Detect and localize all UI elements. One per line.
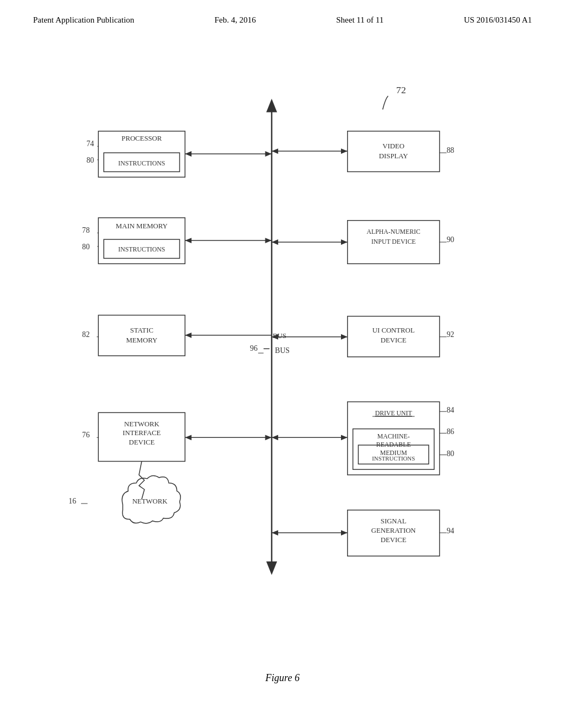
- processor-label: PROCESSOR: [121, 135, 162, 142]
- bus-label: BUS: [275, 346, 290, 355]
- page-header: Patent Application Publication Feb. 4, 2…: [0, 0, 565, 25]
- label-76: 76: [82, 431, 90, 439]
- label-88: 88: [446, 146, 454, 154]
- signal-gen-label3: DEVICE: [381, 536, 407, 544]
- svg-marker-38: [341, 239, 348, 245]
- svg-marker-33: [341, 148, 348, 154]
- label-86: 86: [446, 427, 454, 436]
- svg-marker-52: [271, 435, 278, 440]
- video-display-label1: VIDEO: [382, 142, 404, 150]
- label-80-drive: 80: [446, 449, 454, 458]
- svg-rect-29: [348, 131, 440, 172]
- svg-marker-10: [185, 151, 191, 157]
- main-memory-instructions: INSTRUCTIONS: [118, 246, 165, 253]
- signal-gen-label1: SIGNAL: [381, 517, 407, 525]
- label-74: 74: [87, 140, 94, 148]
- network-interface-label3: DEVICE: [129, 438, 154, 446]
- machine-readable-label1: MACHINE-: [377, 433, 410, 440]
- svg-marker-22: [185, 333, 191, 338]
- static-memory-label2: MEMORY: [126, 336, 157, 344]
- figure-diagram: 72 BUS 96 PROCESSOR INSTRUCTIONS 74 80: [33, 66, 532, 651]
- ui-control-label1: UI CONTROL: [372, 326, 415, 334]
- alpha-numeric-label1: ALPHA-NUMERIC: [367, 228, 421, 235]
- machine-readable-label2: READABLE: [376, 441, 411, 448]
- publication-title: Patent Application Publication: [33, 15, 134, 25]
- network-interface-label2: INTERFACE: [122, 429, 161, 437]
- network-cloud: NETWORK: [122, 475, 180, 523]
- svg-marker-17: [185, 238, 191, 243]
- processor-instructions: INSTRUCTIONS: [118, 160, 165, 167]
- svg-marker-43: [341, 334, 348, 340]
- ui-control-label2: DEVICE: [381, 336, 407, 344]
- video-display-label2: DISPLAY: [379, 152, 408, 160]
- svg-marker-57: [271, 530, 278, 536]
- svg-marker-37: [271, 239, 278, 245]
- network-interface-label1: NETWORK: [124, 420, 160, 428]
- svg-rect-19: [98, 315, 185, 356]
- svg-marker-18: [265, 238, 272, 243]
- figure-number: 72: [396, 84, 406, 95]
- patent-number: US 2016/031450 A1: [464, 15, 532, 25]
- label-94: 94: [446, 527, 454, 535]
- sheet-info: Sheet 11 of 11: [336, 15, 383, 25]
- label-84: 84: [446, 406, 454, 414]
- network-label: NETWORK: [132, 497, 168, 505]
- svg-marker-11: [265, 151, 272, 157]
- label-92: 92: [446, 330, 454, 339]
- svg-marker-32: [271, 148, 278, 154]
- main-memory-label: MAIN MEMORY: [116, 222, 168, 230]
- static-memory-label: STATIC: [130, 326, 153, 334]
- svg-marker-1: [266, 99, 278, 113]
- alpha-numeric-label2: INPUT DEVICE: [371, 238, 416, 245]
- svg-marker-2: [266, 561, 278, 575]
- label-16: 16: [68, 497, 76, 505]
- drive-unit-label: DRIVE UNIT: [375, 410, 412, 417]
- signal-gen-label2: GENERATION: [371, 527, 416, 534]
- figure-label: Figure 6: [265, 672, 300, 683]
- instructions-label: INSTRUCTIONS: [372, 455, 415, 462]
- svg-marker-27: [265, 435, 272, 440]
- label-80-mem: 80: [82, 243, 90, 251]
- publication-date: Feb. 4, 2016: [215, 15, 256, 25]
- svg-marker-26: [185, 435, 191, 440]
- svg-marker-53: [341, 435, 348, 440]
- label-78: 78: [82, 226, 90, 234]
- label-82: 82: [82, 330, 90, 339]
- figure-caption: Figure 6: [265, 672, 300, 684]
- svg-marker-58: [341, 530, 348, 536]
- label-90: 90: [446, 235, 454, 244]
- label-80-proc: 80: [87, 156, 94, 164]
- bus-id: 96: [250, 344, 258, 352]
